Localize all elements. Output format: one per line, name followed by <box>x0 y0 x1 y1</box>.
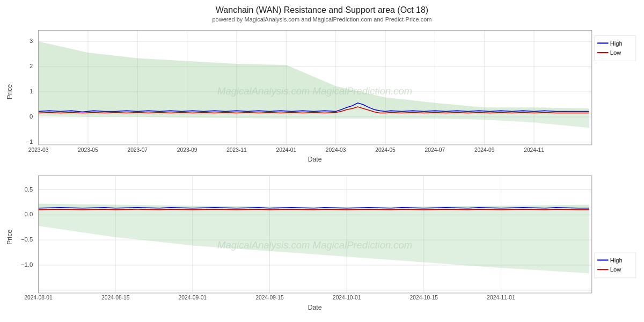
svg-text:2024-10-01: 2024-10-01 <box>333 295 361 301</box>
page-subtitle: powered by MagicalAnalysis.com and Magic… <box>5 16 639 23</box>
svg-text:2024-11: 2024-11 <box>524 147 544 153</box>
svg-text:2024-07: 2024-07 <box>425 147 445 153</box>
svg-text:2024-01: 2024-01 <box>276 147 296 153</box>
svg-text:High: High <box>610 257 623 263</box>
svg-text:0: 0 <box>30 113 33 120</box>
svg-text:−0.5: −0.5 <box>21 236 33 243</box>
svg-text:2023-11: 2023-11 <box>226 147 247 153</box>
top-chart-svg: 3 2 1 0 −1 Price 2023-03 2023-05 2023-07… <box>5 25 639 170</box>
svg-text:Low: Low <box>610 49 621 56</box>
svg-text:0.5: 0.5 <box>25 186 33 192</box>
svg-text:2: 2 <box>30 63 33 69</box>
svg-text:High: High <box>610 40 623 46</box>
svg-text:1: 1 <box>30 88 33 94</box>
svg-text:2024-09-01: 2024-09-01 <box>179 295 207 301</box>
svg-text:Low: Low <box>610 266 621 273</box>
svg-text:2023-03: 2023-03 <box>28 147 49 153</box>
svg-text:2024-10-15: 2024-10-15 <box>410 295 438 301</box>
svg-text:2024-08-15: 2024-08-15 <box>101 295 130 301</box>
svg-text:2024-03: 2024-03 <box>326 147 346 153</box>
svg-text:2024-05: 2024-05 <box>375 147 396 153</box>
svg-text:2024-08-01: 2024-08-01 <box>24 295 53 301</box>
svg-text:Price: Price <box>6 229 13 245</box>
svg-text:−1: −1 <box>26 138 33 145</box>
charts-area: 3 2 1 0 −1 Price 2023-03 2023-05 2023-07… <box>5 25 639 321</box>
svg-text:Price: Price <box>6 84 13 100</box>
svg-text:2023-09: 2023-09 <box>177 147 197 153</box>
svg-text:0.0: 0.0 <box>25 211 33 217</box>
svg-text:2024-09-15: 2024-09-15 <box>255 295 284 301</box>
svg-text:2023-05: 2023-05 <box>78 147 98 153</box>
svg-text:MagicalAnalysis.com    Magical: MagicalAnalysis.com MagicalPrediction.co… <box>217 85 412 97</box>
bottom-chart-wrapper: 0.5 0.0 −0.5 −1.0 Price 2024-08-01 2024-… <box>5 170 639 321</box>
svg-text:−1.0: −1.0 <box>21 261 33 268</box>
svg-text:2024-11-01: 2024-11-01 <box>487 295 515 301</box>
bottom-chart-svg: 0.5 0.0 −0.5 −1.0 Price 2024-08-01 2024-… <box>5 170 639 321</box>
svg-text:MagicalAnalysis.com    Magical: MagicalAnalysis.com MagicalPrediction.co… <box>217 239 412 250</box>
svg-text:Date: Date <box>308 304 322 311</box>
svg-text:2024-09: 2024-09 <box>474 147 495 153</box>
svg-text:2023-07: 2023-07 <box>127 147 148 153</box>
page-title: Wanchain (WAN) Resistance and Support ar… <box>5 5 639 15</box>
page-container: Wanchain (WAN) Resistance and Support ar… <box>0 0 644 322</box>
top-chart-wrapper: 3 2 1 0 −1 Price 2023-03 2023-05 2023-07… <box>5 25 639 170</box>
svg-text:3: 3 <box>30 38 33 44</box>
svg-text:Date: Date <box>308 156 322 163</box>
